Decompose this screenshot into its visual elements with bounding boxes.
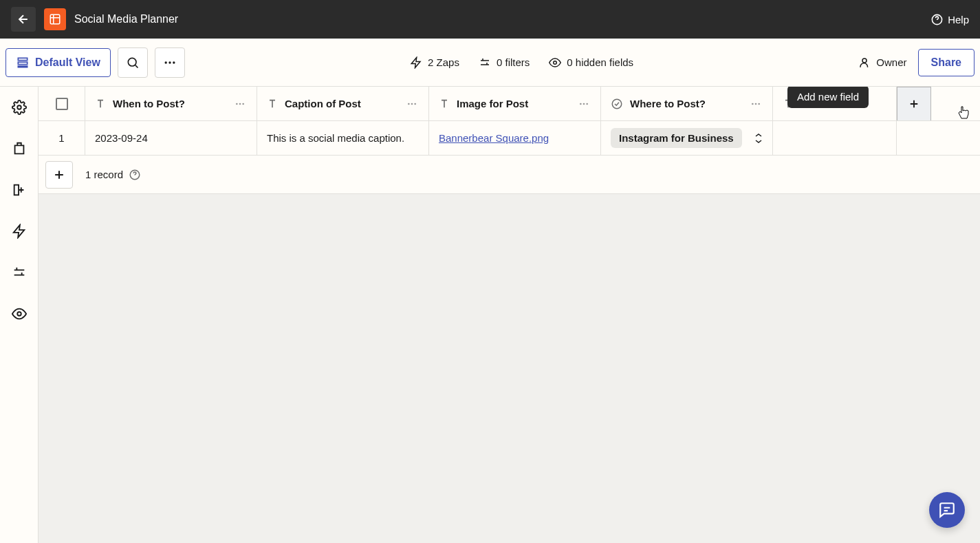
share-button[interactable]: Share (918, 49, 974, 76)
person-icon (858, 56, 871, 69)
svg-point-19 (414, 103, 416, 105)
svg-point-21 (583, 103, 585, 105)
table-row[interactable]: 1 2023-09-24 This is a social media capt… (39, 121, 980, 156)
bolt-icon (12, 224, 27, 239)
svg-point-22 (586, 103, 588, 105)
zaps-button[interactable]: 2 Zaps (410, 56, 459, 69)
automation-rail-button[interactable] (11, 223, 28, 239)
more-horizontal-icon (578, 98, 589, 109)
svg-rect-0 (50, 14, 60, 24)
svg-point-24 (752, 103, 754, 105)
svg-rect-2 (18, 58, 27, 60)
owner-label: Owner (876, 56, 906, 68)
owner-chip[interactable]: Owner (858, 56, 906, 69)
svg-point-18 (411, 103, 413, 105)
plus-icon (52, 168, 66, 182)
svg-point-7 (168, 61, 171, 63)
help-circle-icon (129, 169, 141, 181)
svg-point-10 (862, 58, 867, 63)
column-menu-button[interactable] (405, 98, 419, 109)
column-menu-button[interactable] (749, 98, 763, 109)
search-button[interactable] (118, 47, 148, 78)
checkbox-icon[interactable] (56, 98, 68, 110)
filter-icon (479, 56, 491, 69)
search-icon (126, 56, 140, 70)
adjust-rail-button[interactable] (11, 264, 28, 281)
more-horizontal-icon (235, 98, 246, 109)
column-header-image[interactable]: Image for Post (429, 87, 601, 120)
text-type-icon (267, 98, 278, 109)
record-count: 1 record (85, 169, 141, 181)
sliders-icon (12, 265, 27, 280)
image-link[interactable]: Bannerbear Square.png (439, 132, 549, 144)
svg-point-15 (239, 103, 241, 105)
select-all-cell[interactable] (39, 87, 85, 120)
text-type-icon (95, 98, 106, 109)
column-label: Where to Post? (630, 98, 706, 109)
zap-icon (410, 56, 422, 69)
table-icon (49, 13, 61, 25)
column-label: Image for Post (457, 98, 528, 109)
share-label: Share (931, 56, 961, 68)
column-header-extra[interactable]: H Add new field (773, 87, 897, 120)
filters-label: 0 filters (497, 56, 530, 68)
svg-point-23 (612, 99, 622, 109)
add-field-button[interactable] (897, 87, 931, 120)
svg-point-5 (128, 58, 136, 66)
cell-where[interactable]: Instagram for Business (601, 121, 773, 155)
column-menu-button[interactable] (577, 98, 591, 109)
more-horizontal-icon (750, 98, 761, 109)
table-footer: 1 record (39, 156, 980, 194)
svg-point-16 (242, 103, 244, 105)
view-selector-button[interactable]: Default View (6, 48, 111, 77)
back-button[interactable] (11, 7, 36, 32)
eye-icon (12, 306, 27, 321)
toolbar-center: 2 Zaps 0 filters 0 hidden fields (410, 56, 633, 69)
archive-rail-button[interactable] (11, 140, 28, 157)
svg-point-20 (580, 103, 582, 105)
table-wrap: When to Post? Caption of Post Image (39, 87, 980, 543)
checkcircle-icon (611, 98, 623, 110)
record-count-label: 1 record (85, 169, 123, 180)
column-label: Caption of Post (285, 98, 361, 109)
chat-support-button[interactable] (929, 492, 965, 528)
add-field-tooltip: Add new field (787, 87, 869, 108)
column-menu-button[interactable] (233, 98, 247, 109)
cell-when[interactable]: 2023-09-24 (85, 121, 257, 155)
add-row-button[interactable] (45, 161, 73, 189)
select-caret-icon[interactable] (754, 134, 763, 143)
plus-icon (908, 98, 920, 110)
svg-point-14 (236, 103, 238, 105)
help-icon (930, 13, 944, 26)
toolbar-right: Owner Share (858, 49, 974, 76)
visibility-rail-button[interactable] (11, 306, 28, 322)
body-layout: When to Post? Caption of Post Image (0, 87, 980, 543)
help-link[interactable]: Help (930, 13, 969, 26)
column-header-when[interactable]: When to Post? (85, 87, 257, 120)
more-options-button[interactable] (155, 47, 185, 78)
cell-caption[interactable]: This is a social media caption. (257, 121, 429, 155)
cell-image[interactable]: Bannerbear Square.png (429, 121, 601, 155)
settings-rail-button[interactable] (11, 99, 28, 116)
filters-button[interactable]: 0 filters (479, 56, 530, 69)
view-icon (16, 56, 30, 70)
more-horizontal-icon (406, 98, 417, 109)
insert-rail-button[interactable] (11, 182, 28, 198)
left-rail (0, 87, 39, 543)
column-header-caption[interactable]: Caption of Post (257, 87, 429, 120)
svg-point-13 (17, 312, 21, 316)
arrow-left-icon (17, 12, 30, 26)
view-label: Default View (35, 56, 100, 69)
cell-extra[interactable] (773, 121, 897, 155)
row-number: 1 (39, 121, 85, 155)
svg-rect-3 (18, 62, 27, 64)
hidden-fields-label: 0 hidden fields (567, 56, 633, 68)
app-icon (44, 8, 66, 30)
svg-rect-12 (14, 185, 18, 195)
column-header-where[interactable]: Where to Post? (601, 87, 773, 120)
svg-point-17 (408, 103, 410, 105)
eye-icon (549, 56, 561, 69)
table-header-row: When to Post? Caption of Post Image (39, 87, 980, 121)
insert-column-icon (12, 182, 27, 198)
hidden-fields-button[interactable]: 0 hidden fields (549, 56, 633, 69)
